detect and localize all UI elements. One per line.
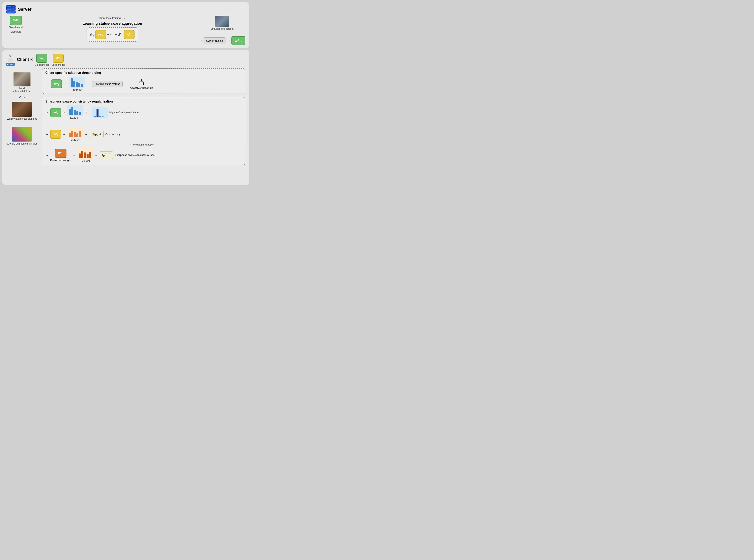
client-training-row: Client local training →	[99, 16, 126, 20]
sharpness-row1: → Wgt →	[45, 105, 242, 120]
svg-rect-8	[7, 12, 11, 13]
local-dataset-img	[14, 72, 30, 86]
sharpness-box: Sharpness-aware consistency regularizati…	[42, 97, 245, 165]
sharpness-loss-label: Sharpness-aware consistency loss	[115, 154, 155, 157]
client-local-model: Wkt Local model	[52, 54, 65, 66]
sharpness-wk: Wkt	[50, 130, 61, 139]
sb4	[76, 111, 78, 115]
bar2	[73, 81, 75, 86]
arrow-wp-left: ←	[129, 143, 133, 146]
bar4	[78, 83, 80, 86]
weight-perturbation-row: ← Weight perturbation →	[45, 143, 242, 146]
sharpness-pred1-label: Prediction	[70, 117, 80, 120]
ob4	[76, 133, 78, 137]
client-local-label: Local model	[52, 63, 65, 66]
learning-status-box: Learning status profiling	[92, 81, 123, 87]
local-dataset-area: Localunlabeled dataset	[13, 72, 32, 93]
arrow-to-agg: →	[122, 16, 126, 20]
H-box: ℋ(·, ·)	[89, 131, 104, 138]
tau-col: τkt Adaptive threshold	[130, 78, 153, 89]
arrow-r2-2: →	[63, 133, 65, 136]
arrow1: →	[64, 82, 67, 86]
main-container: Server Wgt Global model Distribute ↓ Cli…	[0, 0, 251, 187]
sb3	[74, 110, 76, 115]
sharpness-pred2-bars	[67, 127, 83, 138]
hcb3	[99, 116, 101, 117]
cross-entropy-label: Cross-entropy	[105, 133, 120, 136]
sharpness-row2: → Wkt →	[45, 127, 242, 142]
ob5	[79, 132, 81, 137]
sharpness-pred1-col: Prediction	[67, 105, 83, 120]
betaK: βKt	[118, 32, 122, 37]
sb5	[79, 112, 81, 115]
distribute-label: Distribute	[11, 30, 21, 33]
sharpness-pred3-bars	[77, 148, 93, 159]
client-local-box: Wkt	[53, 54, 64, 63]
client-models-row: Wgt Global model Wkt Local model	[35, 54, 64, 66]
arrow-r3-2: →	[73, 154, 76, 157]
arrow-from-server-train: →	[227, 39, 230, 43]
dob3	[84, 153, 86, 158]
threshold-line	[67, 109, 83, 109]
client-icon-area: CLIENT	[6, 54, 15, 66]
arrow-s1: →	[45, 111, 48, 115]
ld-box: ℓd(·, ·)	[99, 151, 113, 159]
client-global-model: Wgt Global model	[35, 54, 49, 66]
wK-model-box: WKt	[124, 30, 135, 39]
beta0: β0t	[90, 32, 94, 37]
strongly-aug-img	[12, 127, 32, 142]
arrow3: →	[125, 82, 128, 86]
perturbed-weight-label: Perturbed weight	[50, 159, 71, 162]
client-images-col: Localunlabeled dataset ↙ ↘ Weakly-augmen…	[6, 68, 38, 165]
sharpness-wg: Wgt	[50, 108, 61, 117]
strongly-aug-label: Strongly-augmented samples	[6, 142, 37, 145]
weakly-aug-label: Weakly-augmented samples	[7, 117, 37, 120]
down-arrow-hc: ↓	[45, 122, 236, 125]
sharpness-wkstar: Wk*t	[55, 149, 66, 158]
svg-point-4	[14, 9, 14, 10]
weakly-aug-area: Weakly-augmented samples	[7, 102, 37, 120]
svg-rect-7	[7, 9, 11, 10]
client-right-col: Client-specific adaptive thresholding → …	[42, 68, 245, 165]
dob1	[79, 154, 81, 158]
weakly-aug-img	[12, 102, 32, 117]
sharpness-title: Sharpness-aware consistency regularizati…	[45, 100, 242, 103]
server-training-box: Server training	[204, 37, 226, 44]
hcb5	[104, 117, 106, 117]
tau-f-label: τf	[85, 111, 86, 115]
bar3	[76, 82, 78, 86]
ob1	[69, 133, 70, 137]
adaptive-wg: Wgt	[51, 79, 62, 88]
client-section: CLIENT Client k Wgt Global model Wkt Loc…	[2, 50, 249, 185]
arrow-r2-3: →	[85, 133, 87, 136]
sharpness-pred3-label: Prediction	[80, 160, 90, 162]
adaptive-title: Client-specific adaptive thresholding	[45, 71, 242, 75]
small-dataset-img	[215, 16, 229, 27]
local-dataset-label: Localunlabeled dataset	[13, 87, 32, 93]
hcb1	[94, 116, 96, 117]
client-main-layout: Localunlabeled dataset ↙ ↘ Weakly-augmen…	[6, 68, 245, 165]
arrow-r3-3: →	[95, 154, 98, 157]
arrow-r2-1: →	[45, 133, 48, 136]
adaptive-content: → Wgt →	[45, 77, 242, 91]
dob2	[81, 151, 83, 158]
dots-plus: + · · · +	[107, 33, 117, 36]
adaptive-pred-col: Prediction	[69, 77, 85, 91]
adaptive-wg-box: Wgt	[51, 79, 62, 88]
down-arrow-small: ↓	[221, 30, 223, 34]
dob4	[86, 154, 88, 158]
hc-bars	[92, 107, 108, 118]
server-middle-col: Client local training → Learning status-…	[30, 16, 195, 42]
weight-perturbation-label: Weight perturbation	[133, 143, 154, 146]
sharpness-pred3-col: Prediction	[77, 148, 93, 162]
server-header: Server	[6, 5, 245, 14]
arrow-s3: →	[88, 111, 91, 114]
global-model-label: Global model	[9, 26, 23, 29]
sharpness-pred1-bars	[67, 105, 83, 116]
arrow-s2: →	[63, 111, 65, 114]
bar1	[70, 78, 73, 86]
server-left-col: Wgt Global model Distribute ↓	[6, 16, 26, 39]
arrow2: →	[87, 82, 90, 86]
small-dataset-col: Small labeled dataset ↓	[211, 16, 233, 34]
client-global-box: Wgt	[36, 54, 47, 63]
